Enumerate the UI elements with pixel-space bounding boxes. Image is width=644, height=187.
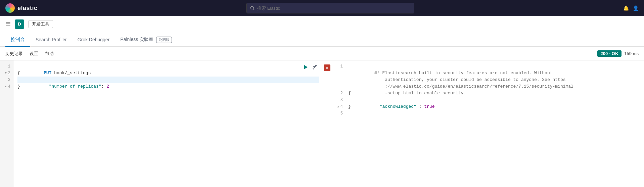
svg-point-0 bbox=[250, 6, 254, 9]
resp-line-num-5: 5 bbox=[332, 110, 346, 117]
svg-line-1 bbox=[253, 9, 254, 10]
code-area: 1 ▼2 3 ▲4 PUT book/_settings { "number_o… bbox=[0, 60, 322, 187]
line-num-2: ▼2 bbox=[0, 70, 13, 77]
resp-line-num-2: 2 bbox=[332, 90, 346, 97]
beta-badge: 公测版 bbox=[156, 37, 172, 43]
resp-line-5 bbox=[348, 110, 641, 117]
resp-val-ack: true bbox=[424, 104, 434, 109]
response-content: #! Elasticsearch built-in security featu… bbox=[346, 60, 644, 187]
editor-code-lines[interactable]: PUT book/_settings { "number_of_replicas… bbox=[13, 60, 322, 187]
svg-marker-2 bbox=[304, 65, 308, 69]
resp-line-num-blank2 bbox=[332, 77, 346, 83]
editor-line-numbers: 1 ▼2 3 ▲4 bbox=[0, 60, 13, 187]
tab-grok-debugger[interactable]: Grok Debugger bbox=[72, 33, 115, 47]
resp-line-num-4: ▲4 bbox=[332, 103, 346, 110]
status-ok-badge: 200 - OK bbox=[597, 50, 622, 57]
response-line-numbers: 1 2 3 ▲4 5 bbox=[332, 60, 346, 187]
resp-line-3: "acknowledged" : true bbox=[348, 97, 641, 103]
wrench-button[interactable] bbox=[311, 63, 319, 71]
tab-search-profiler[interactable]: Search Profiler bbox=[30, 33, 72, 47]
response-code-area: ✕ 1 2 3 ▲4 5 #! Elasticsearch built-in s… bbox=[322, 60, 644, 187]
settings-button[interactable]: 设置 bbox=[30, 51, 38, 57]
response-panel: ✕ 1 2 3 ▲4 5 #! Elasticsearch built-in s… bbox=[322, 60, 644, 187]
hamburger-menu[interactable]: ☰ bbox=[5, 20, 11, 28]
top-bar: elastic 🔔 👤 bbox=[0, 0, 644, 16]
editor-actions bbox=[302, 63, 319, 71]
history-button[interactable]: 历史记录 bbox=[5, 51, 23, 57]
status-time: 159 ms bbox=[624, 51, 639, 56]
response-error-badge[interactable]: ✕ bbox=[324, 64, 330, 71]
resp-fold-4[interactable]: ▲ bbox=[337, 103, 339, 110]
resp-line-num-1: 1 bbox=[332, 63, 346, 70]
tab-console[interactable]: 控制台 bbox=[5, 33, 30, 47]
status-right: 200 - OK 159 ms bbox=[597, 50, 639, 57]
top-bar-left: elastic bbox=[5, 3, 38, 13]
elastic-logo-text: elastic bbox=[17, 5, 38, 12]
tab-painless-lab-label: Painless 实验室 bbox=[120, 37, 153, 43]
top-bar-right: 🔔 👤 bbox=[623, 5, 639, 11]
elastic-logo[interactable]: elastic bbox=[5, 3, 38, 13]
resp-line-num-blank1 bbox=[332, 70, 346, 77]
tab-painless-lab[interactable]: Painless 实验室 公测版 bbox=[115, 33, 177, 47]
help-button[interactable]: 帮助 bbox=[45, 51, 54, 57]
search-bar[interactable] bbox=[246, 3, 414, 13]
tab-grok-debugger-label: Grok Debugger bbox=[78, 37, 110, 42]
response-badge-col: ✕ bbox=[322, 60, 332, 187]
editor-panel: 1 ▼2 3 ▲4 PUT book/_settings { "number_o… bbox=[0, 60, 322, 187]
val-replicas: 2 bbox=[106, 84, 109, 89]
wrench-icon bbox=[312, 64, 318, 70]
play-icon bbox=[303, 64, 308, 70]
elastic-logo-icon bbox=[5, 3, 15, 13]
second-bar: ☰ D 开发工具 bbox=[0, 16, 644, 32]
search-icon bbox=[250, 6, 255, 10]
resp-line-1: #! Elasticsearch built-in security featu… bbox=[348, 63, 641, 70]
tab-console-label: 控制台 bbox=[11, 37, 25, 43]
fold-arrow-4[interactable]: ▲ bbox=[5, 83, 6, 90]
user-avatar[interactable]: D bbox=[15, 19, 24, 29]
resp-line-num-3: 3 bbox=[332, 97, 346, 103]
notification-icon[interactable]: 🔔 bbox=[623, 5, 629, 11]
editor-line-1: PUT book/_settings bbox=[17, 63, 319, 70]
svg-rect-3 bbox=[313, 68, 314, 69]
line-num-4: ▲4 bbox=[0, 83, 13, 90]
resp-comment-1: #! Elasticsearch built-in security featu… bbox=[374, 71, 553, 76]
tab-bar: 控制台 Search Profiler Grok Debugger Painle… bbox=[0, 32, 644, 47]
line-num-3: 3 bbox=[0, 77, 13, 83]
run-button[interactable] bbox=[302, 63, 310, 71]
search-input[interactable] bbox=[257, 6, 411, 11]
user-icon[interactable]: 👤 bbox=[633, 5, 639, 11]
editor-line-3: "number_of_replicas": 2 bbox=[17, 77, 319, 83]
tab-search-profiler-label: Search Profiler bbox=[36, 37, 67, 42]
fold-arrow-2[interactable]: ▼ bbox=[5, 70, 6, 77]
main-content: 1 ▼2 3 ▲4 PUT book/_settings { "number_o… bbox=[0, 60, 644, 187]
toolbar: 历史记录 设置 帮助 200 - OK 159 ms bbox=[0, 47, 644, 60]
resp-key-ack: "acknowledged" bbox=[380, 104, 416, 109]
key-replicas: "number_of_replicas" bbox=[49, 84, 101, 89]
resp-line-num-blank3 bbox=[332, 83, 346, 90]
line-num-1: 1 bbox=[0, 63, 13, 70]
search-bar-wrapper bbox=[246, 3, 414, 13]
dev-tools-badge[interactable]: 开发工具 bbox=[28, 20, 53, 28]
method-put: PUT bbox=[44, 71, 51, 76]
